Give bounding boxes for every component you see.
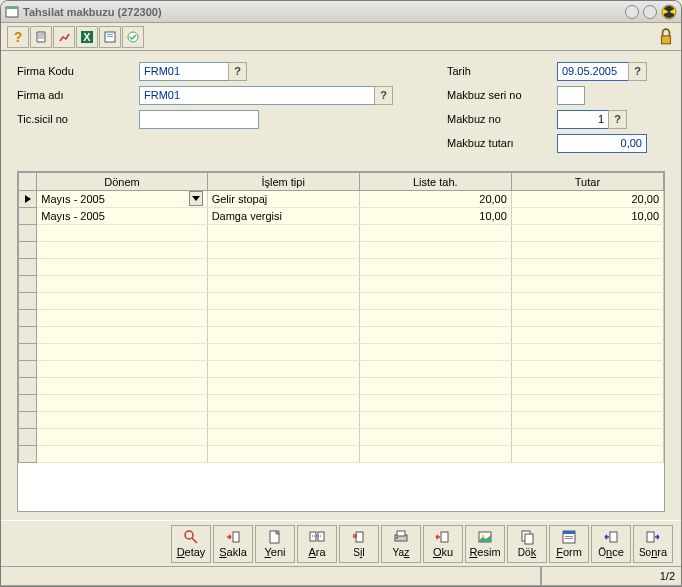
cell-islem[interactable]: Damga vergisi bbox=[207, 208, 359, 225]
firma-kodu-input[interactable] bbox=[139, 62, 229, 81]
help-button[interactable]: ? bbox=[7, 26, 29, 48]
makbuz-no-label: Makbuz no bbox=[447, 113, 557, 125]
tic-sicil-label: Tic.sicil no bbox=[17, 113, 139, 125]
svg-point-11 bbox=[185, 531, 193, 539]
sakla-button[interactable]: Sakla bbox=[213, 525, 253, 563]
toolbar: ? X bbox=[1, 23, 681, 51]
cell-islem[interactable]: Gelir stopaj bbox=[207, 191, 359, 208]
maximize-button[interactable] bbox=[643, 5, 657, 19]
window-controls bbox=[625, 4, 677, 20]
table-row[interactable] bbox=[19, 242, 664, 259]
oku-button[interactable]: Oku bbox=[423, 525, 463, 563]
ara-button[interactable]: Ara bbox=[297, 525, 337, 563]
table-row[interactable] bbox=[19, 276, 664, 293]
resim-button[interactable]: Resim bbox=[465, 525, 505, 563]
sil-rest: l bbox=[362, 546, 364, 558]
form-button[interactable]: Form bbox=[549, 525, 589, 563]
svg-rect-21 bbox=[441, 532, 448, 542]
cell-donem[interactable]: Mayıs - 2005 bbox=[37, 208, 207, 225]
dok-button[interactable]: Dök bbox=[507, 525, 547, 563]
table-row[interactable]: Mayıs - 2005Gelir stopaj20,0020,00 bbox=[19, 191, 664, 208]
table-row[interactable] bbox=[19, 412, 664, 429]
col-islem[interactable]: İşlem tipi bbox=[207, 173, 359, 191]
table-row[interactable] bbox=[19, 395, 664, 412]
donem-dropdown[interactable] bbox=[189, 191, 203, 206]
table-row[interactable] bbox=[19, 378, 664, 395]
svg-rect-8 bbox=[107, 36, 113, 37]
status-cell-1 bbox=[1, 567, 541, 586]
table-row[interactable] bbox=[19, 225, 664, 242]
cell-tutar[interactable]: 20,00 bbox=[511, 191, 663, 208]
table-row[interactable] bbox=[19, 259, 664, 276]
svg-rect-25 bbox=[525, 534, 533, 544]
yeni-button[interactable]: Yeni bbox=[255, 525, 295, 563]
tool-button-2[interactable] bbox=[30, 26, 52, 48]
makbuz-tutar-display: 0,00 bbox=[557, 134, 647, 153]
svg-rect-7 bbox=[107, 34, 113, 35]
main-window: Tahsilat makbuzu (272300) ? X Firma Kodu… bbox=[0, 0, 682, 587]
cell-liste[interactable]: 20,00 bbox=[359, 191, 511, 208]
tarih-label: Tarih bbox=[447, 65, 557, 77]
grid-corner bbox=[19, 173, 37, 191]
svg-rect-27 bbox=[563, 531, 575, 534]
form-area: Firma Kodu ? Firma adı ? Tic.sicil no Ta… bbox=[1, 51, 681, 163]
status-page: 1/2 bbox=[541, 567, 681, 586]
tarih-input[interactable] bbox=[557, 62, 629, 81]
detay-button[interactable]: Detay bbox=[171, 525, 211, 563]
detay-rest: etay bbox=[185, 546, 206, 558]
table-row[interactable] bbox=[19, 429, 664, 446]
table-row[interactable] bbox=[19, 361, 664, 378]
action-bar: Detay Sakla Yeni Ara Sil Yaz Oku Resim D… bbox=[1, 520, 681, 566]
col-donem[interactable]: Dönem bbox=[37, 173, 207, 191]
makbuz-seri-label: Makbuz seri no bbox=[447, 89, 557, 101]
svg-point-20 bbox=[396, 537, 398, 539]
close-button[interactable] bbox=[661, 4, 677, 20]
svg-rect-13 bbox=[233, 532, 239, 542]
statusbar: 1/2 bbox=[1, 566, 681, 586]
firma-adi-lookup[interactable]: ? bbox=[374, 86, 393, 105]
makbuz-no-input[interactable] bbox=[557, 110, 609, 129]
svg-text:X: X bbox=[83, 31, 91, 43]
tarih-lookup[interactable]: ? bbox=[628, 62, 647, 81]
once-button[interactable]: Önce bbox=[591, 525, 631, 563]
ara-rest: ra bbox=[316, 546, 326, 558]
tic-sicil-input[interactable] bbox=[139, 110, 259, 129]
window-title: Tahsilat makbuzu (272300) bbox=[23, 6, 625, 18]
table-row[interactable] bbox=[19, 446, 664, 463]
table-row[interactable]: Mayıs - 2005Damga vergisi10,0010,00 bbox=[19, 208, 664, 225]
col-liste[interactable]: Liste tah. bbox=[359, 173, 511, 191]
yeni-rest: eni bbox=[271, 546, 286, 558]
table-row[interactable] bbox=[19, 310, 664, 327]
firma-kodu-lookup[interactable]: ? bbox=[228, 62, 247, 81]
svg-rect-29 bbox=[565, 538, 573, 539]
sakla-rest: akla bbox=[227, 546, 247, 558]
svg-rect-19 bbox=[397, 531, 405, 536]
yaz-button[interactable]: Yaz bbox=[381, 525, 421, 563]
svg-rect-31 bbox=[647, 532, 654, 542]
minimize-button[interactable] bbox=[625, 5, 639, 19]
firma-kodu-label: Firma Kodu bbox=[17, 65, 139, 77]
firma-adi-input[interactable] bbox=[139, 86, 375, 105]
table-row[interactable] bbox=[19, 293, 664, 310]
makbuz-seri-input[interactable] bbox=[557, 86, 585, 105]
table-row[interactable] bbox=[19, 327, 664, 344]
svg-rect-1 bbox=[6, 7, 18, 9]
app-icon bbox=[5, 5, 19, 19]
tool-button-6[interactable] bbox=[122, 26, 144, 48]
sonra-button[interactable]: Sonra bbox=[633, 525, 673, 563]
cell-liste[interactable]: 10,00 bbox=[359, 208, 511, 225]
lock-icon[interactable] bbox=[657, 28, 675, 46]
tool-button-5[interactable] bbox=[99, 26, 121, 48]
table-row[interactable] bbox=[19, 344, 664, 361]
excel-button[interactable]: X bbox=[76, 26, 98, 48]
tool-button-3[interactable] bbox=[53, 26, 75, 48]
svg-rect-10 bbox=[662, 35, 671, 43]
sil-button[interactable]: Sil bbox=[339, 525, 379, 563]
makbuz-no-lookup[interactable]: ? bbox=[608, 110, 627, 129]
oku-rest: ku bbox=[441, 546, 453, 558]
grid: Dönem İşlem tipi Liste tah. Tutar Mayıs … bbox=[17, 171, 665, 512]
cell-tutar[interactable]: 10,00 bbox=[511, 208, 663, 225]
cell-donem[interactable]: Mayıs - 2005 bbox=[37, 191, 207, 208]
svg-rect-30 bbox=[610, 532, 617, 542]
col-tutar[interactable]: Tutar bbox=[511, 173, 663, 191]
